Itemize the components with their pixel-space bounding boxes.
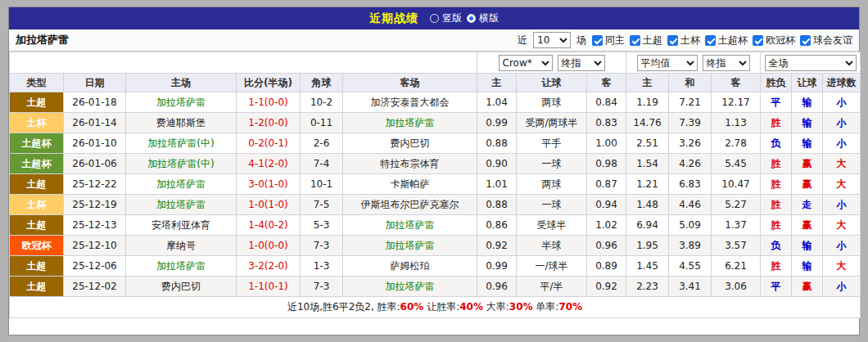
win-lose-result: 胜: [761, 174, 792, 195]
home-team: 费迪耶斯堡: [126, 113, 237, 133]
corners: 7-5: [301, 195, 343, 215]
euro-away-odds: 3.57: [712, 236, 761, 256]
asia-away-odds: 0.94: [587, 195, 626, 215]
home-team: 摩纳哥: [126, 236, 237, 256]
euro-draw-odds: 3.26: [669, 133, 712, 154]
summary-percentage: 30%: [509, 301, 533, 313]
home-team: 加拉塔萨雷(中): [126, 154, 237, 174]
score: 3-2(2-0): [237, 256, 301, 277]
column-header: 和: [669, 74, 712, 92]
layout-option[interactable]: 竖版: [430, 11, 462, 25]
column-header: 客: [587, 74, 626, 92]
win-lose-result: 平: [761, 277, 792, 297]
goals-result: 大: [823, 256, 861, 277]
radio-selected-icon[interactable]: [467, 14, 476, 23]
handicap-result: 走: [792, 195, 823, 215]
recent-count-select[interactable]: 10: [533, 32, 571, 48]
match-row: 土杯25-12-19加拉塔萨雷1-0(1-0)7-5伊斯坦布尔巴萨克塞尔0.88…: [10, 195, 861, 215]
handicap-result: 输: [792, 133, 823, 154]
column-header: 进球数: [823, 74, 861, 92]
checkbox-icon[interactable]: [592, 35, 603, 46]
asia-stage-select[interactable]: 终指: [558, 55, 605, 71]
league-filter-checkbox[interactable]: 土超杯: [705, 34, 748, 47]
score: 3-0(1-0): [237, 174, 301, 195]
asia-home-odds: 0.86: [477, 215, 517, 236]
handicap: 一球: [517, 154, 587, 174]
euro-draw-odds: 4.26: [669, 154, 712, 174]
league-filter-checkbox[interactable]: 欧冠杯: [753, 34, 795, 47]
goals-result: 大: [823, 154, 861, 174]
euro-draw-odds: 4.46: [669, 195, 712, 215]
euro-home-odds: 1.54: [626, 154, 669, 174]
column-header: 让球: [517, 74, 587, 92]
scope-select[interactable]: 全场: [765, 55, 857, 71]
corners: 7-3: [301, 277, 343, 297]
euro-company-select[interactable]: 平均值: [637, 55, 698, 71]
asia-home-odds: 1.01: [477, 174, 517, 195]
goals-result: 大: [823, 215, 861, 236]
goals-result: 大: [823, 174, 861, 195]
summary-label: 让胜率:: [423, 301, 459, 313]
column-header: 类型: [10, 74, 64, 92]
home-team: 加拉塔萨雷: [126, 195, 237, 215]
goals-result: 小: [823, 195, 861, 215]
handicap: 受两/两球半: [517, 113, 587, 133]
euro-away-odds: 1.13: [712, 113, 761, 133]
radio-icon[interactable]: [430, 14, 439, 23]
league-filter-checkbox[interactable]: 同主: [592, 34, 625, 47]
handicap: 平手: [517, 133, 587, 154]
asia-away-odds: 0.83: [587, 113, 626, 133]
layout-option[interactable]: 横版: [467, 11, 499, 25]
away-team: 加拉塔萨雷: [343, 236, 477, 256]
euro-draw-odds: 4.55: [669, 256, 712, 277]
match-date: 26-01-10: [64, 133, 126, 154]
league-filter-checkbox[interactable]: 球会友谊: [800, 34, 852, 47]
league-filter-checkbox[interactable]: 土杯: [667, 34, 700, 47]
asia-company-select[interactable]: Crow*: [499, 55, 553, 71]
checkbox-label: 同主: [605, 34, 625, 47]
checkbox-icon[interactable]: [753, 35, 763, 46]
away-team: 特拉布宗体育: [343, 154, 477, 174]
euro-away-odds: 5.45: [712, 154, 761, 174]
league-badge: 土超: [10, 277, 64, 297]
away-team: 萨姆松珀: [343, 256, 477, 277]
match-date: 25-12-19: [64, 195, 126, 215]
win-lose-result: 胜: [761, 256, 792, 277]
checkbox-label: 土杯: [680, 34, 700, 47]
checkbox-icon[interactable]: [705, 35, 716, 46]
checkbox-icon[interactable]: [800, 35, 811, 46]
euro-draw-odds: 7.39: [669, 113, 712, 133]
titlebar: 近期战绩 竖版横版: [9, 7, 859, 29]
match-row: 土超25-12-13安塔利亚体育1-4(0-2)5-3加拉塔萨雷0.86受球半1…: [10, 215, 861, 236]
column-header: 主场: [126, 74, 237, 92]
radio-label: 竖版: [442, 11, 462, 25]
column-header: 让球: [792, 74, 823, 92]
win-lose-result: 负: [761, 236, 792, 256]
checkbox-icon[interactable]: [667, 35, 678, 46]
euro-draw-odds: 7.21: [669, 92, 712, 113]
away-team: 加拉塔萨雷: [343, 277, 477, 297]
asia-home-odds: 1.04: [477, 92, 517, 113]
summary-percentage: 60%: [400, 301, 424, 313]
checkbox-icon[interactable]: [630, 35, 640, 46]
handicap-result: 赢: [792, 215, 823, 236]
asia-home-odds: 0.99: [477, 256, 517, 277]
home-team: 安塔利亚体育: [126, 215, 237, 236]
home-team: 加拉塔萨雷: [126, 92, 237, 113]
asia-away-odds: 0.89: [587, 256, 626, 277]
results-table: Crow* 终指 平均值 终指 全场 类型日期主场比分(半场)角球客场主让球客主…: [9, 52, 861, 318]
league-filter-checkbox[interactable]: 土超: [630, 34, 662, 47]
column-header: 日期: [64, 74, 126, 92]
euro-draw-odds: 5.09: [669, 215, 712, 236]
page-title: 近期战绩: [369, 11, 418, 26]
euro-stage-select[interactable]: 终指: [703, 55, 750, 71]
handicap: 两球: [517, 174, 587, 195]
asia-away-odds: 1.02: [587, 215, 626, 236]
home-team: 加拉塔萨雷(中): [126, 133, 237, 154]
score: 1-4(0-2): [237, 215, 301, 236]
score: 0-2(0-1): [237, 133, 301, 154]
handicap-result: 输: [792, 256, 823, 277]
asia-odds-group: Crow* 终指: [477, 52, 626, 74]
home-team: 加拉塔萨雷: [126, 256, 237, 277]
asia-home-odds: 0.99: [477, 113, 517, 133]
